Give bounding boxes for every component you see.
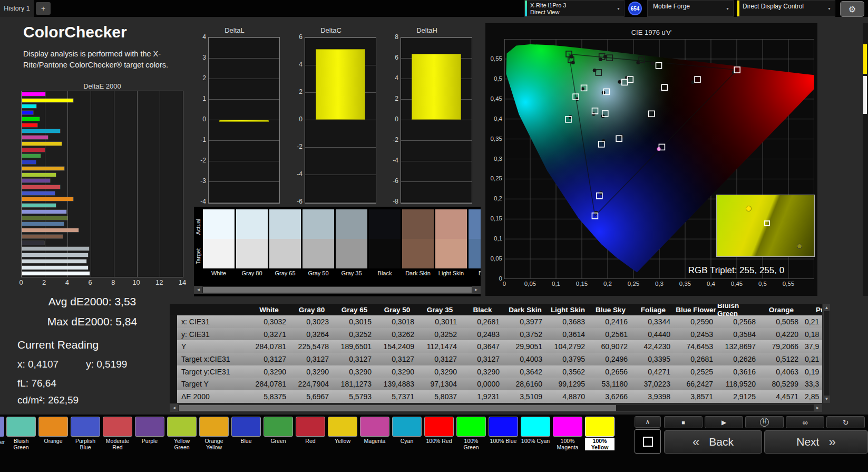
swatch-target [236,239,268,268]
patch-100-red[interactable]: 100% Red [424,415,454,450]
cie-x-tick: 0,35 [679,281,691,287]
swatch-blue: Blue [469,209,481,276]
y-tick-label: 0 [286,115,303,123]
source-selector[interactable]: Mobile Forge ▼ [647,0,734,17]
cell-target-x-cie31-black: 0,3127 [461,353,504,365]
cell-x-cie31-gray-80: 0,3023 [290,315,333,328]
table-h-scrollbar[interactable]: ◄ ► [170,404,822,412]
y-tick-label: -2 [189,157,206,164]
patch-100-cyan[interactable]: 100% Cyan [521,415,550,450]
scrollbar-thumb[interactable] [179,405,616,411]
back-button[interactable]: « Back [664,430,762,454]
patch-swatch [167,417,197,437]
patch-magenta[interactable]: Magenta [360,415,389,450]
chevron-up-icon: ∧ [646,418,650,426]
continuous-measure-button[interactable]: ∞ [786,416,824,428]
display-control-selector[interactable]: Direct Display Control ▼ [737,0,835,17]
y-tick-label: -4 [382,157,398,164]
y-tick-label: -8 [382,198,398,205]
patch-orange[interactable]: Orange [38,415,68,450]
cie-x-tick: 0,2 [603,281,612,287]
cell-target-y-cie31-white: 0,3290 [248,365,290,378]
patch-label: Cyan [392,438,422,444]
row-label: y: CIE31 [177,328,248,341]
stop-button[interactable]: ■ [664,416,703,428]
chevron-down-icon: ▼ [827,7,831,11]
cell--e-2000-gray-80: 5,6967 [290,390,333,403]
patch-yellow-green[interactable]: Yellow Green [167,415,197,450]
patch-partial[interactable] [0,417,4,437]
swatch-colors [203,209,235,268]
chevron-down-icon: ▼ [726,7,729,11]
scroll-down-icon[interactable]: ▼ [824,396,830,402]
cell-target-x-cie31-gray-80: 0,3127 [290,353,333,365]
measurement-table: WhiteGray 80Gray 65Gray 50Gray 35BlackDa… [170,304,822,403]
cell--e-2000-gray-35: 5,8037 [418,390,461,403]
gridline [305,202,376,203]
patch-100-green[interactable]: 100% Green [456,415,486,450]
page-title: ColorChecker [23,23,127,41]
deltae-bar-100-cyan [22,104,36,108]
column-header-gray-35: Gray 35 [418,304,461,315]
deltae-bar-blue [22,160,36,164]
cie-y-tick: 0,55 [486,55,502,62]
scroll-left-icon[interactable]: ◄ [170,404,178,411]
patch-red[interactable]: Red [296,415,325,450]
deltae-bar-100-blue [22,111,33,114]
cie-y-tick: 0,25 [486,175,502,181]
scrollbar-thumb[interactable] [203,287,472,293]
swatch-label: Gray 50 [303,270,334,276]
patch-swatch [553,417,582,437]
swatch-scrollbar[interactable]: ◄ ► [194,286,481,294]
refresh-button[interactable]: ↻ [826,416,865,428]
cell-x-cie31-blue-sky: 0,2416 [589,315,632,328]
y-tick-label: -2 [286,143,303,150]
patch-orange-yellow[interactable]: Orange Yellow [199,415,229,450]
add-tab-button[interactable]: + [36,2,51,15]
patch-green[interactable]: Green [264,415,293,450]
gridline [401,181,472,182]
meter-mode: Direct View [530,9,559,15]
patch-purplish-blue[interactable]: Purplish Blue [71,415,100,450]
swatch-gray-35: Gray 35 [336,209,367,276]
next-button[interactable]: Next » [764,430,868,454]
cell-y-gray-35: 112,1474 [418,340,461,353]
scroll-right-icon[interactable]: ► [472,286,480,293]
scroll-right-icon[interactable]: ► [814,404,822,411]
tab-history-1[interactable]: History 1 [0,0,34,17]
patch-cyan[interactable]: Cyan [392,415,422,450]
column-header-dark-skin: Dark Skin [504,304,547,315]
patch-yellow[interactable]: Yellow [328,415,357,450]
swatch-dark-skin: Dark Skin [402,209,434,276]
patch-100-yellow[interactable]: 100% Yellow [585,415,615,450]
cie-y-tick: 0,05 [486,255,502,262]
play-button[interactable]: ▶ [705,416,743,428]
pattern-scroll-up-button[interactable]: ∧ [635,416,661,428]
patch-blue[interactable]: Blue [231,415,261,450]
level-segment-white [863,76,867,114]
meter-selector[interactable]: X-Rite i1Pro 3 Direct View ▼ [524,0,625,17]
cie-y-tick: 0,45 [486,95,502,102]
cell-y-cie31-light-skin: 0,3614 [547,328,589,341]
deltae-bar-yellow-green [22,173,56,177]
patch-purple[interactable]: Purple [135,415,164,450]
patch-100-magenta[interactable]: 100% Magenta [553,415,582,450]
swatch-colors [435,209,467,268]
meter-name: X-Rite i1Pro 3 [530,2,566,8]
cie-x-tick: 0 [503,281,506,287]
scroll-up-icon[interactable]: ▲ [824,304,830,311]
pattern-window-button[interactable] [635,429,661,454]
settings-button[interactable]: ⚙ [840,1,864,17]
capture-button[interactable]: H [745,416,784,428]
x-tick-label: 0 [19,278,23,286]
patch-moderate-red[interactable]: Moderate Red [103,415,132,450]
table-v-scrollbar[interactable]: ▲ ▼ [823,304,830,403]
table-row-x-cie31: x: CIE310,30320,30230,30150,30180,30110,… [170,315,822,328]
swatch-colors [336,209,367,268]
deltal-chart: DeltaL -4-3-2-101234 [189,26,280,212]
patch-swatch [231,417,261,437]
patch-bluish-green[interactable]: Bluish Green [6,415,36,450]
patch-100-blue[interactable]: 100% Blue [489,415,518,450]
scroll-left-icon[interactable]: ◄ [194,286,202,293]
cell-y-dark-skin: 29,9051 [504,340,547,353]
